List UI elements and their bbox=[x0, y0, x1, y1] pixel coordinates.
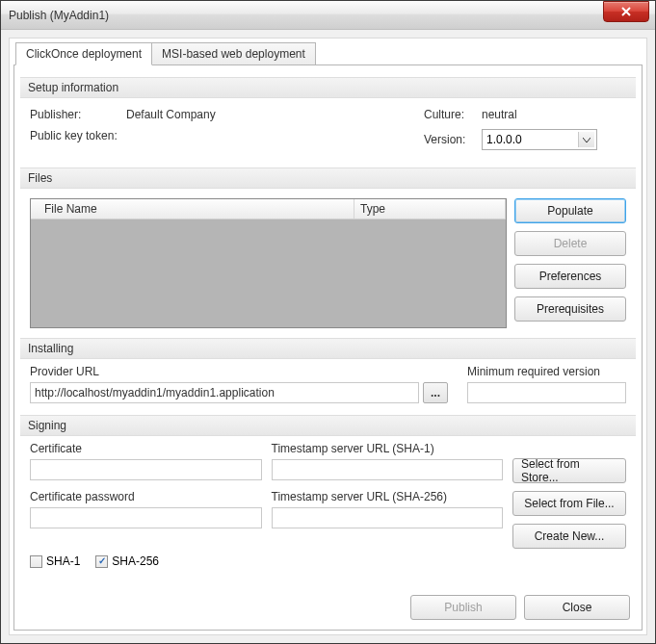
provider-url-input[interactable] bbox=[30, 382, 419, 403]
certificate-input[interactable] bbox=[30, 459, 262, 480]
chevron-down-icon bbox=[583, 138, 590, 143]
version-value: 1.0.0.0 bbox=[486, 133, 522, 146]
setup-body: Publisher: Default Company Public key to… bbox=[20, 104, 636, 162]
section-files-header: Files bbox=[20, 167, 636, 189]
section-signing-header: Signing bbox=[20, 415, 636, 436]
publisher-value: Default Company bbox=[126, 108, 216, 121]
tab-clickonce[interactable]: ClickOnce deployment bbox=[15, 42, 152, 65]
culture-label: Culture: bbox=[424, 108, 482, 121]
min-version-label: Minimum required version bbox=[467, 365, 626, 378]
timestamp-sha256-label: Timestamp server URL (SHA-256) bbox=[272, 490, 504, 503]
sha1-label: SHA-1 bbox=[46, 554, 80, 568]
populate-button[interactable]: Populate bbox=[514, 198, 626, 223]
timestamp-sha256-input[interactable] bbox=[272, 507, 504, 528]
files-table[interactable]: File Name Type bbox=[30, 198, 507, 328]
signing-body: Certificate Certificate password Timesta… bbox=[20, 442, 636, 549]
certificate-password-input[interactable] bbox=[30, 507, 262, 528]
installing-body: Provider URL ... Minimum required versio… bbox=[20, 365, 636, 409]
titlebar[interactable]: Publish (MyAddin1) bbox=[1, 1, 655, 30]
publish-window: Publish (MyAddin1) ClickOnce deployment … bbox=[0, 0, 656, 644]
checkbox-icon bbox=[30, 555, 42, 568]
tab-panel: Setup information Publisher: Default Com… bbox=[13, 64, 643, 631]
timestamp-sha1-label: Timestamp server URL (SHA-1) bbox=[272, 442, 504, 455]
certificate-label: Certificate bbox=[30, 442, 262, 455]
sha256-checkbox[interactable]: SHA-256 bbox=[95, 554, 159, 568]
col-filename[interactable]: File Name bbox=[31, 199, 354, 219]
preferences-button[interactable]: Preferences bbox=[514, 264, 626, 289]
sha256-label: SHA-256 bbox=[112, 554, 159, 568]
close-icon bbox=[621, 7, 631, 16]
close-button[interactable]: Close bbox=[524, 595, 630, 620]
tab-msi[interactable]: MSI-based web deployment bbox=[151, 42, 316, 65]
window-title: Publish (MyAddin1) bbox=[9, 9, 603, 22]
provider-url-label: Provider URL bbox=[30, 365, 448, 378]
timestamp-sha1-input[interactable] bbox=[272, 459, 504, 480]
files-header-row: File Name Type bbox=[31, 199, 506, 219]
window-close-button[interactable] bbox=[603, 1, 649, 22]
prerequisites-button[interactable]: Prerequisites bbox=[514, 296, 626, 322]
min-version-input[interactable] bbox=[467, 382, 626, 403]
tab-strip: ClickOnce deployment MSI-based web deplo… bbox=[13, 42, 643, 65]
select-from-store-button[interactable]: Select from Store... bbox=[512, 458, 626, 483]
culture-value: neutral bbox=[482, 108, 517, 121]
publish-button: Publish bbox=[410, 595, 516, 620]
hash-checkboxes: SHA-1 SHA-256 bbox=[20, 549, 636, 570]
delete-button: Delete bbox=[514, 231, 626, 256]
sha1-checkbox[interactable]: SHA-1 bbox=[30, 554, 80, 568]
section-setup-header: Setup information bbox=[20, 77, 636, 98]
dialog-buttons: Publish Close bbox=[20, 587, 636, 624]
create-new-button[interactable]: Create New... bbox=[512, 524, 626, 549]
version-select[interactable]: 1.0.0.0 bbox=[482, 129, 597, 150]
version-label: Version: bbox=[424, 133, 482, 146]
certificate-password-label: Certificate password bbox=[30, 490, 262, 503]
col-type[interactable]: Type bbox=[354, 199, 506, 219]
client-area: ClickOnce deployment MSI-based web deplo… bbox=[9, 38, 647, 635]
provider-browse-button[interactable]: ... bbox=[423, 382, 448, 403]
select-from-file-button[interactable]: Select from File... bbox=[512, 491, 626, 516]
pkt-label: Public key token: bbox=[30, 129, 126, 142]
section-installing-header: Installing bbox=[20, 338, 636, 359]
files-body: File Name Type Populate Delete Preferenc… bbox=[20, 194, 636, 332]
publisher-label: Publisher: bbox=[30, 108, 126, 121]
checkbox-checked-icon bbox=[95, 555, 108, 568]
